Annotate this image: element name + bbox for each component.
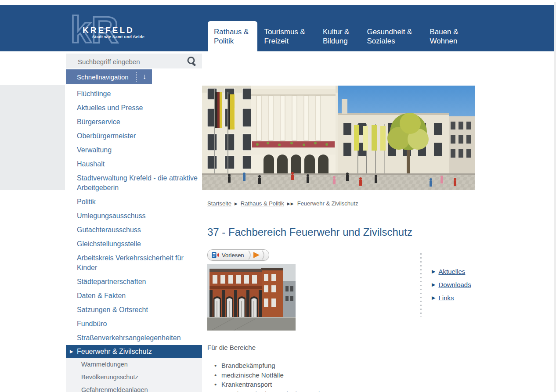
list-item: Krankentransport <box>207 380 320 389</box>
sidebar-item-staedtepartnerschaften[interactable]: Städtepartnerschaften <box>66 275 202 289</box>
aside-link-links[interactable]: ▶ Links <box>432 294 471 302</box>
quicknav-toggle[interactable]: Schnellnavigation ↓ <box>66 69 152 84</box>
aside-link-aktuelles[interactable]: ▶ Aktuelles <box>432 268 471 275</box>
sidebar-item-stadtverwaltung-arbeitgeberin[interactable]: Stadtverwaltung Krefeld - die attraktive… <box>66 171 202 195</box>
breadcrumb-link-startseite[interactable]: Startseite <box>207 200 231 207</box>
tab-gesundheit-soziales[interactable]: Gesundheit & Soziales <box>367 27 412 46</box>
sidebar: Schnellnavigation ↓ Flüchtlinge Aktuelle… <box>66 54 202 392</box>
sidebar-item-verwaltung[interactable]: Verwaltung <box>66 143 202 157</box>
site-header: kR KREFELD Stadt wie Samt und Seide Rath… <box>0 5 556 51</box>
tab-tourismus-freizeit[interactable]: Tourismus & Freizeit <box>264 27 305 46</box>
right-triangle-icon: ▶ <box>432 295 435 301</box>
right-triangle-icon: ▶ <box>432 269 435 274</box>
sidebar-subitem-bevoelkerungsschutz[interactable]: Bevölkerungsschutz <box>66 371 202 384</box>
sidebar-item-fundbuero[interactable]: Fundbüro <box>66 317 202 331</box>
list-item: medizinische Notfälle <box>207 370 320 380</box>
feuerwache-photo <box>207 264 296 331</box>
breadcrumb-link-rathaus-politik[interactable]: Rathaus & Politik <box>241 200 284 207</box>
sidebar-subnav: Warnmeldungen Bevölkerungsschutz Gefahre… <box>66 358 202 392</box>
breadcrumb: Startseite ▶ Rathaus & Politik ▶▶ Feuerw… <box>207 200 358 207</box>
main-navigation: Rathaus & Politik Tourismus & Freizeit K… <box>208 5 459 51</box>
breadcrumb-double-separator-icon: ▶▶ <box>287 201 294 206</box>
page-title: 37 - Fachbereich Feuerwehr und Zivilschu… <box>207 226 412 238</box>
vorlesen-button[interactable]: Vorlesen <box>207 249 269 261</box>
quicknav-label: Schnellnavigation <box>66 73 136 81</box>
breadcrumb-current: Feuerwehr & Zivilschutz <box>297 200 358 207</box>
page: kR KREFELD Stadt wie Samt und Seide Rath… <box>0 0 556 392</box>
active-item-arrow-icon: ▶ <box>70 345 73 358</box>
krefeld-logo[interactable]: kR KREFELD Stadt wie Samt und Seide <box>66 5 202 51</box>
right-triangle-icon: ▶ <box>432 282 435 288</box>
readspeaker-icon <box>212 252 219 259</box>
tab-rathaus-politik[interactable]: Rathaus & Politik <box>208 21 257 51</box>
dotted-divider <box>420 253 422 317</box>
tab-kultur-bildung[interactable]: Kultur & Bildung <box>323 27 349 46</box>
sidebar-nav: Flüchtlinge Aktuelles und Presse Bürgers… <box>66 87 202 392</box>
sidebar-item-gleichstellungsstelle[interactable]: Gleichstellungsstelle <box>66 237 202 251</box>
search-input[interactable] <box>77 54 184 69</box>
chevron-down-icon: ↓ <box>136 72 152 82</box>
search-bar <box>66 54 202 68</box>
breadcrumb-separator-icon: ▶ <box>235 201 238 206</box>
sidebar-item-gutachterausschuss[interactable]: Gutachterausschuss <box>66 223 202 237</box>
intro-text: Für die Bereiche <box>207 344 256 351</box>
sidebar-item-satzungen-ortsrecht[interactable]: Satzungen & Ortsrecht <box>66 303 202 317</box>
tab-bauen-wohnen[interactable]: Bauen & Wohnen <box>430 27 458 46</box>
sidebar-subitem-gefahrenmeldeanlagen[interactable]: Gefahrenmeldeanlagen <box>66 384 202 392</box>
sidebar-item-haushalt[interactable]: Haushalt <box>66 157 202 171</box>
window-edge <box>554 2 556 392</box>
sidebar-item-politik[interactable]: Politik <box>66 195 202 209</box>
sidebar-item-buergerservice[interactable]: Bürgerservice <box>66 115 202 129</box>
logo-title: KREFELD <box>83 25 134 35</box>
top-white-strip <box>0 0 556 5</box>
list-item: sonstige Schadensereignisse und <box>207 389 320 392</box>
aside-link-downloads[interactable]: ▶ Downloads <box>432 281 471 288</box>
vorlesen-label: Vorlesen <box>222 252 244 259</box>
sidebar-item-daten-fakten[interactable]: Daten & Fakten <box>66 289 202 303</box>
list-item: Brandbekämpfung <box>207 361 320 370</box>
sidebar-item-oberbuergermeister[interactable]: Oberbürgermeister <box>66 129 202 143</box>
aside-links: ▶ Aktuelles ▶ Downloads ▶ Links <box>432 268 471 307</box>
sidebar-item-feuerwehr-zivilschutz-active[interactable]: ▶ Feuerwehr & Zivilschutz <box>66 345 202 358</box>
search-icon[interactable] <box>186 56 198 67</box>
sidebar-item-umlegungsausschuss[interactable]: Umlegungsausschuss <box>66 209 202 223</box>
sidebar-item-arbeitskreis-verkehrssicherheit[interactable]: Arbeitskreis Verkehrssicherheit für Kind… <box>66 251 202 275</box>
sidebar-item-fluechtlinge[interactable]: Flüchtlinge <box>66 87 202 101</box>
topic-list: Brandbekämpfung medizinische Notfälle Kr… <box>207 361 320 392</box>
sidebar-item-aktuelles-und-presse[interactable]: Aktuelles und Presse <box>66 101 202 115</box>
rathaus-photo <box>202 86 475 190</box>
logo-tagline: Stadt wie Samt und Seide <box>92 35 144 39</box>
vorlesen-play-icon[interactable] <box>248 250 266 260</box>
sidebar-subitem-warnmeldungen[interactable]: Warnmeldungen <box>66 358 202 371</box>
sidebar-item-strassenverkehrsangelegenheiten[interactable]: Straßenverkehrsangelegenheiten <box>66 331 202 345</box>
left-gray-panel <box>0 85 65 190</box>
